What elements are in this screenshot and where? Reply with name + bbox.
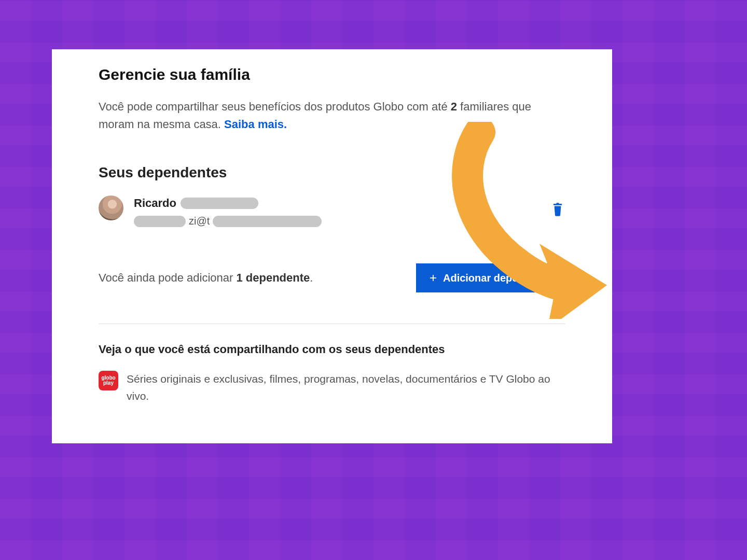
remaining-slots-text: Você ainda pode adicionar 1 dependente.	[99, 271, 313, 285]
plus-icon: +	[430, 272, 437, 284]
page-subtitle: Você pode compartilhar seus benefícios d…	[99, 98, 565, 133]
learn-more-link[interactable]: Saiba mais.	[224, 118, 287, 131]
svg-rect-1	[556, 203, 559, 204]
redacted-email-suffix	[213, 216, 322, 227]
globoplay-icon: globo play	[99, 371, 118, 390]
add-dependent-row: Você ainda pode adicionar 1 dependente. …	[99, 263, 565, 292]
redacted-email-prefix	[134, 216, 186, 227]
divider	[99, 324, 565, 324]
redacted-name-rest	[181, 198, 258, 209]
dependent-row: Ricardo zi@t	[99, 195, 565, 227]
sharing-heading: Veja o que você está compartilhando com …	[99, 343, 565, 356]
dependents-heading: Seus dependentes	[99, 164, 565, 181]
trash-icon	[552, 210, 563, 218]
remaining-after: .	[310, 271, 313, 284]
add-dependent-label: Adicionar dependente	[443, 272, 552, 284]
remove-dependent-button[interactable]	[550, 201, 565, 220]
family-management-card: Gerencie sua família Você pode compartil…	[52, 49, 612, 443]
subtitle-count: 2	[451, 100, 457, 113]
add-dependent-button[interactable]: + Adicionar dependente	[416, 263, 565, 292]
dependent-info: Ricardo zi@t	[134, 195, 322, 227]
page-title: Gerencie sua família	[99, 66, 565, 83]
shared-product-description: Séries originais e exclusivas, filmes, p…	[127, 371, 565, 404]
dependent-name: Ricardo	[134, 197, 176, 210]
remaining-before: Você ainda pode adicionar	[99, 271, 236, 284]
svg-rect-0	[554, 204, 562, 205]
avatar	[99, 195, 123, 220]
subtitle-text-before: Você pode compartilhar seus benefícios d…	[99, 100, 451, 113]
remaining-bold: 1 dependente	[236, 271, 310, 284]
dependent-email-fragment: zi@t	[189, 215, 210, 227]
shared-product-row: globo play Séries originais e exclusivas…	[99, 371, 565, 404]
